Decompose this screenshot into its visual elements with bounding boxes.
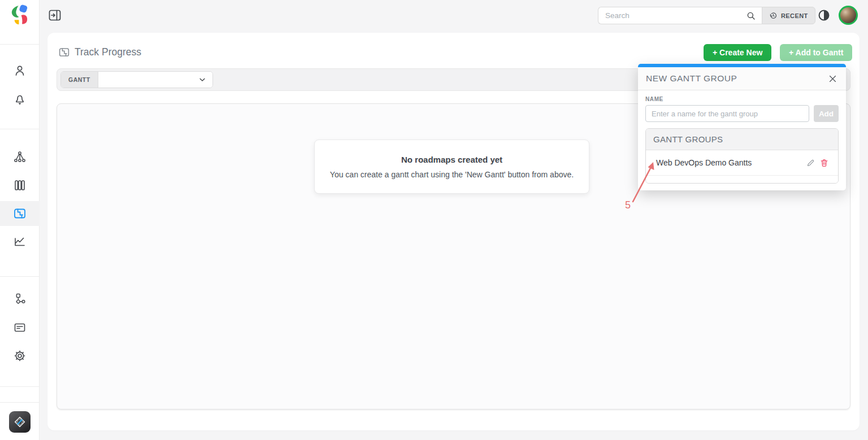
gantt-title-icon <box>58 46 70 58</box>
bell-icon <box>13 93 27 106</box>
trash-icon <box>819 158 829 168</box>
gantt-icon <box>13 207 27 220</box>
page-title: Track Progress <box>75 46 141 58</box>
gantt-filter-label: GANTT <box>61 72 98 88</box>
modal-header: NEW GANTT GROUP <box>638 67 846 90</box>
chevron-down-icon <box>198 75 207 84</box>
app-shortcut-icon[interactable] <box>9 411 31 433</box>
gantt-group-row[interactable]: Web DevOps Demo Gantts <box>646 150 838 176</box>
empty-state-description: You can create a gantt chart using the '… <box>330 170 574 179</box>
panel-toggle-icon <box>48 8 62 22</box>
close-button[interactable] <box>827 73 838 84</box>
history-clock-icon <box>769 11 778 20</box>
sidebar-divider <box>0 129 40 129</box>
add-group-button[interactable]: Add <box>814 105 839 122</box>
sidebar <box>0 0 40 440</box>
columns-icon <box>13 178 27 192</box>
sidebar-item-user[interactable] <box>0 58 40 83</box>
create-new-button[interactable]: + Create New <box>704 44 771 61</box>
gantt-select-dropdown[interactable] <box>98 72 212 88</box>
sidebar-collapse-button[interactable] <box>48 8 62 22</box>
empty-state-card: No roadmaps created yet You can create a… <box>314 140 589 194</box>
note-card-icon <box>13 321 27 334</box>
delete-group-button[interactable] <box>817 156 831 169</box>
sidebar-divider <box>0 402 40 403</box>
user-icon <box>13 64 27 77</box>
page-title-row: Track Progress <box>58 46 141 58</box>
sidebar-divider <box>0 386 40 387</box>
gantt-group-name: Web DevOps Demo Gantts <box>656 158 804 167</box>
modal-title: NEW GANTT GROUP <box>646 73 737 84</box>
add-to-gantt-button[interactable]: + Add to Gantt <box>780 44 852 61</box>
search-input[interactable] <box>598 7 762 24</box>
workflow-icon <box>13 293 27 306</box>
recent-button[interactable]: RECENT <box>762 7 815 24</box>
line-chart-icon <box>13 235 27 249</box>
avatar[interactable] <box>839 6 858 25</box>
new-gantt-group-modal: NEW GANTT GROUP NAME Add GANTT GROUPS We… <box>638 64 846 190</box>
sidebar-item-notifications[interactable] <box>0 87 40 112</box>
pencil-icon <box>806 158 815 168</box>
search-icon <box>746 11 756 23</box>
sidebar-divider <box>0 44 40 45</box>
app-logo-icon[interactable] <box>9 5 31 27</box>
gear-icon <box>13 349 27 363</box>
sidebar-divider <box>0 276 40 277</box>
name-field-label: NAME <box>645 96 839 102</box>
sidebar-item-hierarchy[interactable] <box>0 145 40 169</box>
sidebar-item-columns[interactable] <box>0 173 40 198</box>
sidebar-item-workflow[interactable] <box>0 287 40 312</box>
theme-toggle-icon[interactable] <box>818 9 830 21</box>
sidebar-item-gantt[interactable] <box>0 201 40 226</box>
sidebar-item-analytics[interactable] <box>0 229 40 254</box>
hierarchy-icon <box>13 150 27 164</box>
search-bar: RECENT <box>598 7 815 24</box>
sidebar-item-settings[interactable] <box>0 343 40 368</box>
modal-body: NAME Add GANTT GROUPS Web DevOps Demo Ga… <box>638 90 846 190</box>
gantt-groups-list: GANTT GROUPS Web DevOps Demo Gantts <box>645 128 839 184</box>
gantt-group-name-input[interactable] <box>645 105 809 122</box>
gantt-groups-header: GANTT GROUPS <box>646 129 838 150</box>
empty-state-title: No roadmaps created yet <box>401 155 502 164</box>
groups-list-footer <box>646 176 838 183</box>
recent-label: RECENT <box>781 12 808 19</box>
gantt-filter: GANTT <box>60 71 213 88</box>
sidebar-item-notes[interactable] <box>0 315 40 340</box>
edit-group-button[interactable] <box>804 156 817 169</box>
close-icon <box>828 74 837 84</box>
app-window: RECENT Track Progress + Create New + Add… <box>0 0 868 440</box>
